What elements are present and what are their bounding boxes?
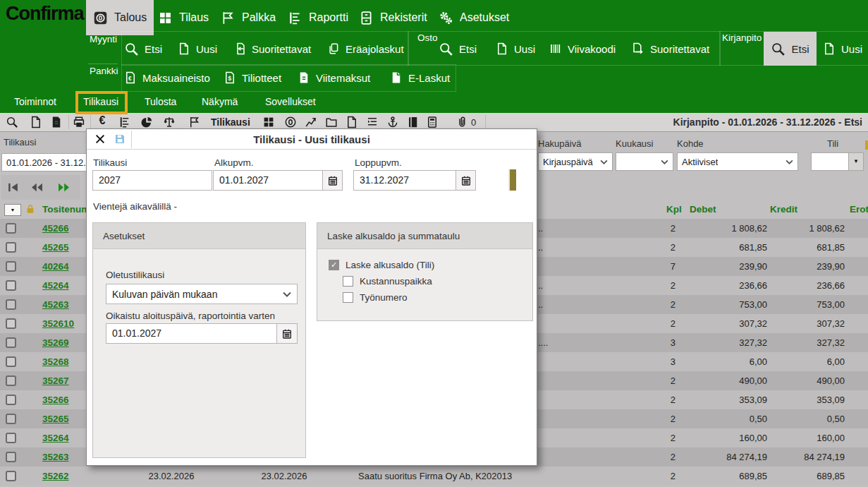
pankki-viitemaksut-button[interactable]: Viitemaksut (298, 65, 370, 90)
aloituspaiva-label: Oikaistu aloituspäivä, raportointia vart… (106, 311, 275, 321)
myynti-suoritettavat-button[interactable]: Suoritettavat (233, 32, 311, 65)
menu-toiminnot[interactable]: Toiminnot (14, 90, 56, 113)
column-header-erotus[interactable]: Erot (850, 204, 868, 215)
pankki-elaskut-button[interactable]: E-Laskut (390, 65, 450, 90)
row-checkbox[interactable] (6, 299, 16, 310)
osto-uusi-button[interactable]: Uusi (496, 32, 535, 65)
euro-icon[interactable]: € (96, 114, 109, 127)
voucher-number-link[interactable]: 45266 (42, 219, 69, 238)
book-icon[interactable] (407, 116, 420, 128)
anchor-icon[interactable] (386, 116, 399, 128)
asetukset-groupbox: Asetukset Oletustilikausi Kuluvan päivän… (92, 222, 306, 458)
row-checkbox[interactable] (6, 280, 16, 291)
row-checkbox[interactable] (6, 433, 16, 443)
printer-icon[interactable] (73, 116, 85, 128)
kohde-select[interactable]: Aktiiviset (677, 152, 798, 171)
row-checkbox[interactable] (6, 452, 16, 462)
list-indent-icon[interactable] (366, 116, 379, 128)
row-checkbox[interactable] (6, 337, 16, 348)
nav-raportti[interactable]: Raportti (281, 0, 355, 35)
nav-tilaus[interactable]: Tilaus (151, 0, 216, 35)
row-checkbox[interactable] (6, 242, 16, 253)
myynti-etsi-button[interactable]: Etsi (124, 32, 162, 65)
voucher-number-link[interactable]: 352610 (42, 314, 74, 333)
paperclip-icon[interactable] (456, 116, 468, 128)
row-checkbox[interactable] (6, 471, 16, 481)
voucher-number-link[interactable]: 35266 (42, 390, 69, 409)
first-record-icon[interactable] (7, 181, 19, 193)
voucher-number-link[interactable]: 35263 (42, 447, 69, 467)
previous-record-icon[interactable] (31, 181, 43, 193)
osto-etsi-button[interactable]: Etsi (439, 32, 477, 65)
report-icon[interactable] (118, 116, 131, 128)
tili-dropdown-button[interactable]: ▼ (848, 152, 864, 171)
pankki-tiliotteet-button[interactable]: $ Tiliotteet (224, 65, 281, 90)
doc-icon[interactable] (346, 116, 358, 128)
voucher-number-link[interactable]: 40264 (42, 257, 69, 276)
group-divider (88, 64, 118, 64)
voucher-number-link[interactable]: 35265 (42, 409, 69, 428)
row-checkbox[interactable] (6, 414, 16, 424)
oletustilikausi-select[interactable]: Kuluvan päivän mukaan (106, 284, 298, 304)
myynti-uusi-button[interactable]: Uusi (178, 32, 217, 65)
folder-icon[interactable] (325, 116, 338, 128)
aloituspaiva-input[interactable]: 01.01.2027 (106, 323, 277, 344)
doc-lines-icon[interactable] (50, 116, 63, 128)
voucher-number-link[interactable]: 45264 (42, 276, 69, 295)
calculator-icon[interactable] (426, 116, 439, 128)
nav-palkka[interactable]: Palkka (214, 0, 283, 35)
row-checkbox[interactable] (6, 261, 16, 272)
tyonumero-checkbox[interactable] (343, 292, 353, 303)
kustannuspaikka-checkbox[interactable] (343, 276, 353, 287)
menu-nakyma[interactable]: Näkymä (202, 90, 238, 113)
voucher-number-link[interactable]: 35264 (42, 428, 69, 447)
column-header-kredit[interactable]: Kredit (770, 204, 797, 215)
select-all-dropdown[interactable]: ▼ (4, 204, 21, 216)
voucher-number-link[interactable]: 35268 (42, 352, 69, 371)
flag-icon[interactable] (188, 116, 201, 128)
dialog-loppupvm-input[interactable]: 31.12.2027 (353, 170, 456, 191)
dialog-alkupvm-input[interactable]: 01.01.2027 (213, 170, 323, 191)
osto-suoritettavat-button[interactable]: Suoritettavat (632, 32, 709, 65)
scales-icon[interactable] (163, 116, 176, 128)
voucher-number-link[interactable]: 35269 (42, 333, 69, 352)
menu-sovellukset[interactable]: Sovellukset (265, 90, 316, 113)
osto-viivakoodi-button[interactable]: Viivakoodi (549, 32, 616, 65)
column-header-kpl[interactable]: Kpl (666, 204, 682, 215)
kirjanpito-uusi-button[interactable]: Uusi (823, 32, 862, 65)
hakupaiva-select[interactable]: Kirjauspäivä (538, 152, 613, 171)
row-checkbox[interactable] (6, 223, 16, 234)
chevron-down-icon (283, 291, 291, 297)
voucher-number-link[interactable]: 35262 (42, 467, 69, 486)
kirjanpito-etsi-button[interactable]: Etsi (764, 32, 817, 66)
menu-tulosta[interactable]: Tulosta (145, 90, 176, 113)
table-row[interactable]: 35262 23.02.2026 23.02.2026 Saatu suorit… (0, 467, 868, 486)
new-doc-icon[interactable] (30, 116, 42, 128)
nav-rekisterit[interactable]: Rekisterit (352, 0, 434, 35)
circle-zero-icon[interactable] (284, 116, 297, 128)
voucher-number-link[interactable]: 45263 (42, 295, 69, 314)
voucher-number-link[interactable]: 35267 (42, 371, 69, 390)
laske-alkusaldo-checkbox[interactable]: ✓ (329, 260, 339, 270)
nav-asetukset[interactable]: Asetukset (432, 0, 516, 35)
row-checkbox[interactable] (6, 395, 16, 405)
search-icon[interactable] (6, 116, 18, 128)
next-record-icon[interactable] (58, 181, 70, 193)
aloituspaiva-calendar-button[interactable] (276, 323, 298, 344)
voucher-number-link[interactable]: 45265 (42, 238, 69, 257)
kuukausi-select[interactable] (616, 152, 673, 171)
pankki-maksuaineisto-button[interactable]: € Maksuaineisto (124, 65, 210, 90)
line-chart-icon[interactable] (305, 116, 317, 128)
row-checkbox[interactable] (6, 356, 16, 367)
loppupvm-calendar-button[interactable] (456, 170, 476, 191)
nav-talous[interactable]: Talous (86, 0, 154, 35)
pie-chart-icon[interactable] (140, 116, 153, 128)
alkupvm-calendar-button[interactable] (322, 170, 343, 191)
myynti-eraajolaskut-button[interactable]: Eräajolaskut (327, 32, 404, 65)
row-checkbox[interactable] (6, 318, 16, 329)
column-header-debet[interactable]: Debet (690, 204, 716, 215)
grid-icon[interactable] (262, 116, 275, 128)
row-checkbox[interactable] (6, 375, 16, 386)
tili-input[interactable] (811, 152, 849, 171)
dialog-tilikausi-input[interactable]: 2027 (92, 170, 212, 191)
